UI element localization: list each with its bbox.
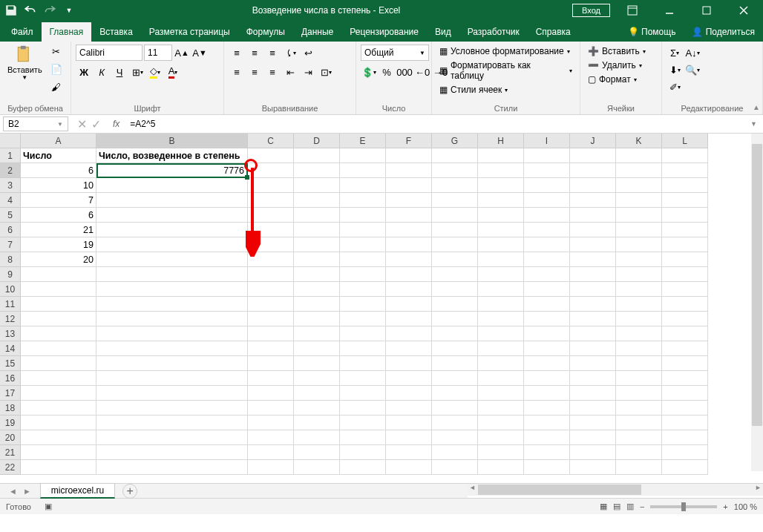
cell-I7[interactable] <box>524 237 570 252</box>
cell-E14[interactable] <box>340 341 386 356</box>
comma-icon[interactable]: 000 <box>396 64 413 80</box>
cell-K17[interactable] <box>616 386 662 401</box>
cell-L1[interactable] <box>662 148 708 163</box>
collapse-ribbon-icon[interactable]: ▲ <box>753 103 760 111</box>
paste-button[interactable]: Вставить ▼ <box>4 43 45 82</box>
cell-G7[interactable] <box>432 237 478 252</box>
row-header-8[interactable]: 8 <box>0 252 21 267</box>
cell-A20[interactable] <box>21 430 96 445</box>
cell-J13[interactable] <box>570 326 616 341</box>
cell-K3[interactable] <box>616 178 662 193</box>
cell-L9[interactable] <box>662 267 708 282</box>
view-pagebreak-icon[interactable]: ▥ <box>626 502 634 511</box>
cell-L17[interactable] <box>662 386 708 401</box>
accounting-format-icon[interactable]: 💲▾ <box>361 64 377 80</box>
cell-C14[interactable] <box>248 341 294 356</box>
align-bottom-icon[interactable]: ≡ <box>264 45 281 61</box>
horizontal-scrollbar[interactable]: ◄ ► <box>468 484 763 496</box>
cell-L3[interactable] <box>662 178 708 193</box>
cell-B17[interactable] <box>96 386 248 401</box>
cell-D11[interactable] <box>294 297 340 312</box>
login-button[interactable]: Вход <box>572 4 610 17</box>
view-pagelayout-icon[interactable]: ▤ <box>613 502 620 511</box>
cell-B13[interactable] <box>96 326 248 341</box>
cell-F20[interactable] <box>386 430 432 445</box>
cell-J10[interactable] <box>570 282 616 297</box>
merge-icon[interactable]: ⊡▾ <box>318 64 334 80</box>
italic-button[interactable]: К <box>94 64 110 80</box>
cell-I16[interactable] <box>524 371 570 386</box>
cell-K7[interactable] <box>616 237 662 252</box>
cell-styles-button[interactable]: ▦ Стили ячеек ▾ <box>436 83 575 96</box>
row-header-9[interactable]: 9 <box>0 267 21 282</box>
cell-J1[interactable] <box>570 148 616 163</box>
cell-D4[interactable] <box>294 193 340 208</box>
cell-I9[interactable] <box>524 267 570 282</box>
cell-K6[interactable] <box>616 223 662 237</box>
zoom-in-button[interactable]: + <box>723 502 727 511</box>
cell-D19[interactable] <box>294 416 340 430</box>
cell-D10[interactable] <box>294 282 340 297</box>
cell-J20[interactable] <box>570 430 616 445</box>
row-header-14[interactable]: 14 <box>0 341 21 356</box>
cell-B6[interactable] <box>96 223 248 237</box>
cell-J8[interactable] <box>570 252 616 267</box>
cell-D20[interactable] <box>294 430 340 445</box>
cell-H12[interactable] <box>478 312 524 326</box>
select-all-corner[interactable] <box>0 134 21 148</box>
cell-G4[interactable] <box>432 193 478 208</box>
cell-K8[interactable] <box>616 252 662 267</box>
cell-I12[interactable] <box>524 312 570 326</box>
align-center-icon[interactable]: ≡ <box>246 64 263 80</box>
cell-A3[interactable]: 10 <box>21 178 96 193</box>
align-left-icon[interactable]: ≡ <box>229 64 245 80</box>
cell-B5[interactable] <box>96 208 248 223</box>
cell-F2[interactable] <box>386 163 432 178</box>
delete-cells-button[interactable]: ➖ Удалить ▾ <box>585 59 649 72</box>
row-header-4[interactable]: 4 <box>0 193 21 208</box>
cell-B20[interactable] <box>96 430 248 445</box>
cell-I11[interactable] <box>524 297 570 312</box>
cell-G18[interactable] <box>432 401 478 416</box>
conditional-formatting-button[interactable]: ▦ Условное форматирование ▾ <box>436 45 575 58</box>
cell-J11[interactable] <box>570 297 616 312</box>
cell-H16[interactable] <box>478 371 524 386</box>
cell-K21[interactable] <box>616 445 662 460</box>
cell-B7[interactable] <box>96 237 248 252</box>
zoom-out-button[interactable]: − <box>640 502 644 511</box>
cell-F15[interactable] <box>386 356 432 371</box>
sheet-nav-prev-icon[interactable]: ◄ <box>9 487 17 496</box>
cell-C1[interactable] <box>248 148 294 163</box>
cell-B8[interactable] <box>96 252 248 267</box>
cell-H4[interactable] <box>478 193 524 208</box>
cell-D6[interactable] <box>294 223 340 237</box>
cell-L18[interactable] <box>662 401 708 416</box>
fill-icon[interactable]: ⬇▾ <box>667 62 683 78</box>
cell-F7[interactable] <box>386 237 432 252</box>
cell-H18[interactable] <box>478 401 524 416</box>
cell-C2[interactable] <box>248 163 294 178</box>
cell-A8[interactable]: 20 <box>21 252 96 267</box>
cell-L5[interactable] <box>662 208 708 223</box>
align-top-icon[interactable]: ≡ <box>229 45 245 61</box>
cell-L8[interactable] <box>662 252 708 267</box>
cell-H5[interactable] <box>478 208 524 223</box>
format-painter-icon[interactable]: 🖌 <box>48 79 65 95</box>
cell-G8[interactable] <box>432 252 478 267</box>
cell-K19[interactable] <box>616 416 662 430</box>
cell-K13[interactable] <box>616 326 662 341</box>
cell-H15[interactable] <box>478 356 524 371</box>
minimize-icon[interactable] <box>655 0 684 21</box>
cell-K12[interactable] <box>616 312 662 326</box>
column-header-D[interactable]: D <box>294 134 340 148</box>
cell-A1[interactable]: Число <box>21 148 96 163</box>
cell-J16[interactable] <box>570 371 616 386</box>
cell-B14[interactable] <box>96 341 248 356</box>
qat-dropdown-icon[interactable]: ▼ <box>62 4 76 17</box>
close-icon[interactable] <box>729 0 759 21</box>
redo-icon[interactable] <box>43 4 56 17</box>
cell-F11[interactable] <box>386 297 432 312</box>
cell-I22[interactable] <box>524 460 570 475</box>
cell-G6[interactable] <box>432 223 478 237</box>
cell-A5[interactable]: 6 <box>21 208 96 223</box>
